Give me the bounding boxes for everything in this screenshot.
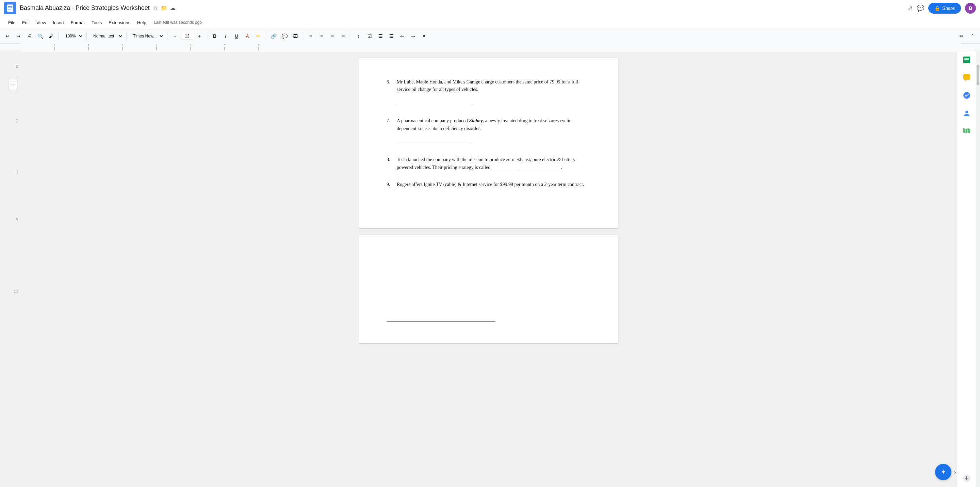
font-size-decrease-button[interactable]: −	[170, 31, 180, 41]
underline-button[interactable]: U	[232, 31, 241, 41]
ruler-area: 1 2 3 4 5 6 7	[21, 43, 961, 52]
paint-format-button[interactable]: 🖌	[46, 31, 56, 41]
menu-tools[interactable]: Tools	[89, 19, 105, 27]
comment-button[interactable]: 💬	[280, 31, 289, 41]
last-edit-status: Last edit was seconds ago	[154, 20, 202, 25]
numbered-list-button[interactable]: ☰	[387, 31, 396, 41]
svg-text:2: 2	[88, 43, 89, 47]
font-size-increase-button[interactable]: +	[195, 31, 204, 41]
page-marker-7: 7	[16, 119, 18, 123]
separator-8	[351, 32, 351, 40]
italic-button[interactable]: I	[221, 31, 231, 41]
toolbar: ↩ ↪ 🖨 🔍 🖌 100% 75% 150% Normal text Head…	[0, 29, 980, 43]
folder-icon[interactable]: 📁	[161, 5, 167, 11]
print-button[interactable]: 🖨	[24, 31, 34, 41]
svg-rect-2	[8, 6, 13, 7]
avatar[interactable]: B	[965, 3, 976, 14]
svg-text:1: 1	[53, 43, 55, 47]
image-button[interactable]: 🖼	[291, 31, 300, 41]
font-color-button[interactable]: A	[243, 31, 252, 41]
edit-mode-button[interactable]: ✏	[957, 31, 966, 41]
undo-button[interactable]: ↩	[3, 31, 12, 41]
right-sidebar	[957, 51, 976, 487]
expand-icon[interactable]: ›	[954, 469, 956, 476]
menu-help[interactable]: Help	[134, 19, 149, 27]
svg-marker-30	[965, 80, 966, 81]
decrease-indent-button[interactable]: ⇐	[398, 31, 407, 41]
bold-button[interactable]: B	[210, 31, 220, 41]
separator-3	[126, 32, 127, 40]
item-number-8: 8.	[387, 156, 397, 171]
item-content-6: Mr Lube, Maple Honda, and Mike's Garage …	[397, 78, 591, 108]
checklist-button[interactable]: ☑	[365, 31, 374, 41]
align-left-button[interactable]: ≡	[306, 31, 315, 41]
list-item: 6. Mr Lube, Maple Honda, and Mike's Gara…	[387, 78, 591, 108]
item-content-7: A pharmaceutical company produced Ztalmy…	[397, 117, 591, 147]
item-number-7: 7.	[387, 117, 397, 147]
text-style-select[interactable]: Normal text Heading 1 Heading 2	[89, 31, 124, 41]
align-justify-button[interactable]: ≡	[339, 31, 348, 41]
sidebar-sheets-icon[interactable]	[961, 54, 973, 66]
item-content-9: Rogers offers Ignite TV (cable) & Intern…	[397, 181, 591, 188]
trending-icon[interactable]: ↗	[907, 5, 913, 12]
clear-format-button[interactable]: ✕	[419, 31, 429, 41]
menu-edit[interactable]: Edit	[19, 19, 32, 27]
sidebar-contacts-icon[interactable]	[961, 107, 973, 119]
list-item: 9. Rogers offers Ignite TV (cable) & Int…	[387, 181, 591, 188]
ruler-left-margin	[0, 43, 21, 51]
document-title: Basmala Abuaziza - Price Strategies Work…	[20, 5, 150, 11]
align-center-button[interactable]: ≡	[317, 31, 326, 41]
title-right: ↗ 💬 🔒 Share B	[907, 3, 976, 14]
scrollbar[interactable]	[976, 51, 980, 487]
page-marker-9: 9	[16, 218, 18, 222]
svg-rect-4	[8, 8, 11, 9]
highlight-button[interactable]: ✏	[253, 31, 263, 41]
spellcheck-button[interactable]: 🔍	[35, 31, 45, 41]
menu-insert[interactable]: Insert	[50, 19, 67, 27]
list-item: 8. Tesla launched the company with the m…	[387, 156, 591, 171]
ai-assist-button[interactable]: ✦	[935, 464, 951, 480]
sidebar-maps-icon[interactable]	[961, 125, 973, 137]
link-button[interactable]: 🔗	[269, 31, 278, 41]
collapse-toolbar-button[interactable]: ⌃	[968, 31, 977, 41]
svg-text:6: 6	[224, 43, 225, 47]
font-size-input[interactable]	[181, 33, 193, 40]
line-spacing-button[interactable]: ↕	[354, 31, 363, 41]
page-marker-6: 6	[16, 65, 18, 69]
zoom-select[interactable]: 100% 75% 150%	[62, 31, 84, 41]
align-right-button[interactable]: ≡	[328, 31, 337, 41]
page-1: 6. Mr Lube, Maple Honda, and Mike's Gara…	[360, 58, 618, 228]
svg-text:3: 3	[121, 43, 123, 47]
cloud-icon[interactable]: ☁	[170, 5, 176, 11]
redo-button[interactable]: ↪	[14, 31, 23, 41]
sidebar-tasks-icon[interactable]	[961, 89, 973, 102]
sidebar-chat-icon[interactable]	[961, 72, 973, 84]
svg-rect-28	[964, 61, 968, 61]
page-2	[360, 235, 618, 343]
list-item: 7. A pharmaceutical company produced Zta…	[387, 117, 591, 147]
lock-icon: 🔒	[934, 5, 940, 11]
increase-indent-button[interactable]: ⇒	[408, 31, 418, 41]
title-icons: ☆ 📁 ☁	[153, 5, 176, 11]
answer-line-6	[397, 99, 472, 105]
share-button[interactable]: 🔒 Share	[928, 3, 961, 14]
title-bar: Basmala Abuaziza - Price Strategies Work…	[0, 0, 980, 16]
page-layout-icon	[8, 78, 18, 92]
font-select[interactable]: Times New... Arial	[129, 31, 164, 41]
menu-view[interactable]: View	[34, 19, 49, 27]
star-icon[interactable]: ☆	[153, 5, 158, 11]
menu-format[interactable]: Format	[68, 19, 88, 27]
page-2-content	[387, 255, 591, 310]
comments-icon[interactable]: 💬	[917, 5, 924, 12]
page-marker-8: 8	[16, 170, 18, 174]
blank-1	[492, 166, 519, 171]
scrollbar-thumb[interactable]	[977, 65, 979, 85]
separator-5	[207, 32, 207, 40]
menu-bar: File Edit View Insert Format Tools Exten…	[0, 16, 980, 29]
drug-name: Ztalmy	[469, 118, 482, 123]
add-sidebar-icon[interactable]	[961, 472, 973, 484]
menu-file[interactable]: File	[5, 19, 18, 27]
menu-extensions[interactable]: Extensions	[106, 19, 133, 27]
bottom-right-controls: ✦ ›	[935, 464, 956, 480]
bullet-list-button[interactable]: ☰	[375, 31, 385, 41]
